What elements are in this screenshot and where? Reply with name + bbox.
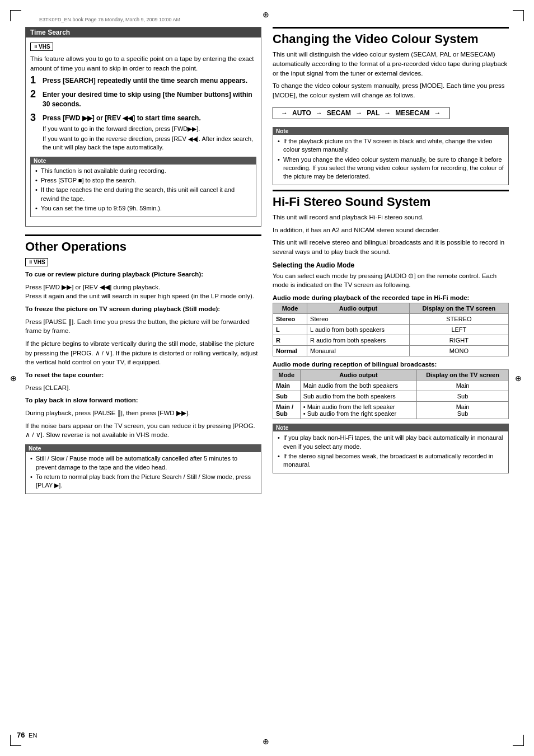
- time-search-intro: This feature allows you to go to a speci…: [30, 54, 256, 73]
- other-operations-section: Other Operations ⏸ VHS To cue or review …: [25, 234, 261, 494]
- formula-arrow-3: →: [384, 109, 391, 117]
- tape-counter-subsection: To reset the tape counter: Press [CLEAR]…: [25, 370, 261, 392]
- cross-mark-left: [10, 374, 19, 383]
- other-operations-note-header: Note: [26, 445, 261, 452]
- t2-r1-audio: Main audio from the both speakers: [300, 381, 416, 391]
- video-colour-note-item-1: If the playback picture on the TV screen…: [278, 137, 504, 154]
- page-num-text: 76: [17, 731, 25, 739]
- time-search-note: Note This function is not available duri…: [30, 157, 256, 217]
- formula-arrow-0: →: [281, 109, 288, 117]
- corner-mark-tr: [513, 10, 524, 21]
- formula-box: → AUTO → SECAM → PAL → MESECAM →: [273, 107, 449, 119]
- step-3-text: Press [FWD ▶▶] or [REV ◀◀] to start time…: [43, 114, 201, 122]
- t2-r1-display: Main: [417, 381, 509, 391]
- step-2: 2 Enter your desired time to skip using …: [30, 90, 256, 109]
- still-mode-subsection: To freeze the picture on TV screen durin…: [25, 304, 261, 367]
- picture-search-subsection: To cue or review picture during playback…: [25, 270, 261, 301]
- t1-r4-audio: Monaural: [307, 346, 410, 356]
- formula-arrow-2: →: [355, 109, 362, 117]
- hifi-section: Hi-Fi Stereo Sound System This unit will…: [273, 190, 509, 473]
- t2-r2-display: Sub: [417, 391, 509, 402]
- table2-col-audio: Audio output: [300, 370, 416, 381]
- table1-col-mode: Mode: [273, 303, 307, 314]
- picture-search-text: Press [FWD ▶▶] or [REV ◀◀] during playba…: [25, 283, 261, 301]
- time-search-note-item-4: You can set the time up to 9:59 (9h. 59m…: [35, 204, 251, 213]
- formula-secam: SECAM: [327, 109, 351, 117]
- corner-mark-tl: [10, 10, 21, 21]
- t2-r2-audio: Sub audio from the both speakers: [300, 391, 416, 402]
- other-ops-note-item-1: Still / Slow / Pause mode will be automa…: [30, 454, 256, 472]
- time-search-body: ⏸ VHS This feature allows you to go to a…: [26, 37, 261, 226]
- cross-mark-top: [263, 10, 271, 19]
- step-3-content: Press [FWD ▶▶] or [REV ◀◀] to start time…: [43, 114, 256, 152]
- other-operations-note-list: Still / Slow / Pause mode will be automa…: [30, 454, 256, 490]
- still-mode-text2: If the picture begins to vibrate vertica…: [25, 339, 261, 367]
- table1-body: Stereo Stereo STEREO L L audio from both…: [273, 314, 509, 356]
- hifi-title: Hi-Fi Stereo Sound System: [273, 195, 509, 209]
- time-search-section: Time Search ⏸ VHS This feature allows yo…: [25, 27, 261, 227]
- vhs-logo-2: ⏸ VHS: [25, 258, 48, 266]
- t1-r4-mode: Normal: [273, 346, 307, 356]
- vhs-label-2: VHS: [34, 259, 45, 265]
- t1-r2-audio: L audio from both speakers: [307, 325, 410, 335]
- step-3-sub1: If you want to go in the forward directi…: [43, 125, 256, 133]
- table1-caption: Audio mode during playback of the record…: [273, 294, 509, 301]
- slow-forward-text2: If the noise bars appear on the TV scree…: [25, 421, 261, 440]
- picture-search-title: To cue or review picture during playback…: [25, 270, 261, 279]
- t1-r4-display: MONO: [409, 346, 508, 356]
- hifi-intro1: This unit will record and playback Hi-Fi…: [273, 213, 509, 222]
- formula-mesecam: MESECAM: [395, 109, 429, 117]
- table-row: Main Main audio from the both speakers M…: [273, 381, 509, 391]
- table1-head: Mode Audio output Display on the TV scre…: [273, 303, 509, 314]
- table2-col-mode: Mode: [273, 370, 301, 381]
- hifi-note-header: Note: [273, 424, 508, 431]
- hifi-note-body: If you play back non-Hi-Fi tapes, the un…: [273, 431, 508, 473]
- video-colour-note-body: If the playback picture on the TV screen…: [273, 135, 508, 185]
- vhs-tape-icon-2: ⏸: [28, 260, 32, 265]
- table1-col-display: Display on the TV screen: [409, 303, 508, 314]
- video-colour-note: Note If the playback picture on the TV s…: [273, 127, 509, 185]
- vhs-label: VHS: [39, 44, 50, 50]
- table-row: Main /Sub • Main audio from the left spe…: [273, 402, 509, 419]
- t1-r1-mode: Stereo: [273, 314, 307, 325]
- page-number: 76 EN: [17, 731, 37, 739]
- page-en-label: EN: [29, 732, 37, 739]
- table2-body: Main Main audio from the both speakers M…: [273, 381, 509, 419]
- t1-r3-display: RIGHT: [409, 335, 508, 346]
- video-colour-manual: To change the video colour system manual…: [273, 81, 509, 100]
- video-colour-section: Changing the Video Colour System This un…: [273, 27, 509, 185]
- other-operations-note: Note Still / Slow / Pause mode will be a…: [25, 444, 261, 494]
- other-ops-note-item-2: To return to normal play back from the P…: [30, 473, 256, 490]
- hifi-intro2: In addition, it has an A2 and NICAM ster…: [273, 226, 509, 235]
- still-mode-text1: Press [PAUSE ‖]. Each time you press the…: [25, 317, 261, 336]
- formula-auto: AUTO: [292, 109, 311, 117]
- slow-forward-title: To play back in slow forward motion:: [25, 396, 261, 405]
- right-column: Changing the Video Colour System This un…: [273, 27, 509, 499]
- formula-pal: PAL: [367, 109, 380, 117]
- formula-arrow-1: →: [316, 109, 322, 117]
- step-2-content: Enter your desired time to skip using [t…: [43, 90, 256, 109]
- table-row: Normal Monaural MONO: [273, 346, 509, 356]
- time-search-note-item-2: Press [STOP ■] to stop the search.: [35, 176, 251, 185]
- table-row: Stereo Stereo STEREO: [273, 314, 509, 325]
- table1-col-audio: Audio output: [307, 303, 410, 314]
- step-3-sub2: If you want to go in the reverse directi…: [43, 135, 256, 152]
- time-search-title: Time Search: [30, 29, 70, 36]
- step-1: 1 Press [SEARCH] repeatedly until the ti…: [30, 76, 256, 86]
- video-colour-intro: This unit will distinguish the video col…: [273, 50, 509, 78]
- table2-header-row: Mode Audio output Display on the TV scre…: [273, 370, 509, 381]
- table2-col-display: Display on the TV screen: [417, 370, 509, 381]
- hifi-note: Note If you play back non-Hi-Fi tapes, t…: [273, 424, 509, 473]
- left-column: Time Search ⏸ VHS This feature allows yo…: [25, 27, 261, 499]
- t2-r2-mode: Sub: [273, 391, 301, 402]
- cross-mark-right: [515, 374, 524, 383]
- picture-search-text1: Press [FWD ▶▶] or [REV ◀◀] during playba…: [25, 284, 160, 290]
- video-colour-note-item-2: When you change the video colour system …: [278, 156, 504, 181]
- header-text: E3TK0FD_EN.book Page 76 Monday, March 9,…: [39, 17, 180, 22]
- step-1-text: Press [SEARCH] repeatedly until the time…: [43, 77, 247, 84]
- vhs-tape-icon: ⏸: [33, 44, 38, 49]
- t2-r1-mode: Main: [273, 381, 301, 391]
- table1-header-row: Mode Audio output Display on the TV scre…: [273, 303, 509, 314]
- step-3-number: 3: [30, 112, 43, 123]
- corner-mark-br: [513, 735, 524, 746]
